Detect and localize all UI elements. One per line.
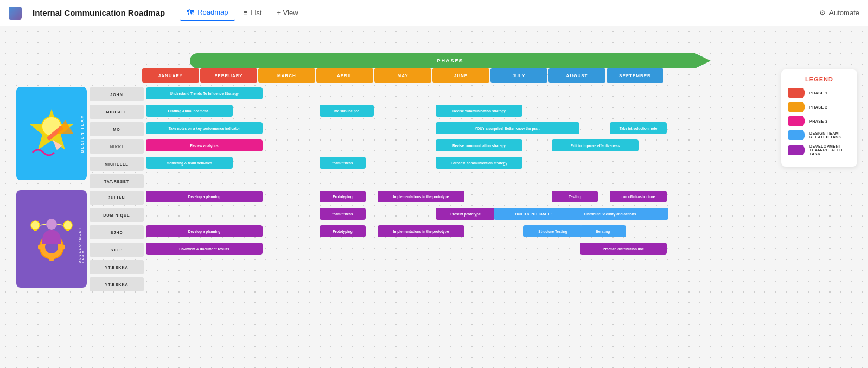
tab-roadmap[interactable]: 🗺 Roadmap <box>180 5 234 21</box>
task-step-1[interactable]: Co-Invent & document results <box>146 243 263 255</box>
svg-rect-17 <box>66 229 69 231</box>
month-jun: JUNE <box>432 68 489 83</box>
tab-list[interactable]: ≡ List <box>237 5 269 21</box>
design-illustration <box>22 104 81 163</box>
main-content: PHASES JANUARY FEBRUARY MARCH APRIL MAY … <box>0 26 868 368</box>
legend-dev-task: DEVELOPMENT TEAM-RELATED TASK <box>788 144 851 156</box>
design-rows: JOHN Understand Trends To Influence Stra… <box>90 87 724 191</box>
task-bjhd-1[interactable]: Develop a planning <box>146 225 263 237</box>
task-dom-1[interactable]: team.fitness <box>320 208 366 220</box>
task-julian-2[interactable]: Prototyping <box>320 191 366 202</box>
design-team-card: DESIGN TEAM <box>16 87 87 180</box>
row-bjhd: BJHD Develop a planning Prototyping Impl… <box>90 225 724 240</box>
task-julian-1[interactable]: Develop a planning <box>146 191 263 202</box>
name-mo: MO <box>90 122 144 136</box>
name-step: STEP <box>90 243 144 257</box>
automate-icon: ⚙ <box>819 9 826 17</box>
task-bjhd-3[interactable]: Implementations in the prototype <box>378 225 464 237</box>
svg-point-16 <box>63 221 72 230</box>
svg-point-13 <box>46 219 57 230</box>
svg-rect-10 <box>49 256 54 261</box>
task-john-1[interactable]: Understand Trends To Influence Strategy <box>146 87 263 99</box>
legend-color-dev <box>788 145 805 155</box>
name-tat: TAT.RESET <box>90 174 144 188</box>
task-julian-4[interactable]: Testing <box>552 191 598 202</box>
legend-phase3: PHASE 3 <box>788 116 851 126</box>
row-michael: MICHAEL Crafting Announcement... me.subl… <box>90 104 724 119</box>
task-michelle-3[interactable]: Forecast communication strategy <box>436 157 522 169</box>
app-logo <box>9 7 22 20</box>
legend-label-dev: DEVELOPMENT TEAM-RELATED TASK <box>809 144 851 156</box>
name-bjhd: BJHD <box>90 225 144 239</box>
month-aug: AUGUST <box>548 68 605 83</box>
roadmap-tab-icon: 🗺 <box>187 8 194 17</box>
task-mo-3[interactable]: Take introduction note <box>610 122 667 134</box>
legend-phase2: PHASE 2 <box>788 102 851 112</box>
dev-rows: JULIAN Develop a planning Prototyping Im… <box>90 190 724 294</box>
month-jan: JANUARY <box>142 68 199 83</box>
automate-button[interactable]: ⚙ Automate <box>819 9 859 17</box>
svg-point-14 <box>31 221 40 230</box>
app-header: Internal Communication Roadmap 🗺 Roadmap… <box>0 0 868 26</box>
legend-color-phase2 <box>788 102 805 112</box>
name-john: JOHN <box>90 87 144 101</box>
name-michael: MICHAEL <box>90 105 144 119</box>
month-may: MAY <box>374 68 431 83</box>
row-ytbekka1: YT.BEKKA <box>90 259 724 275</box>
task-bjhd-2[interactable]: Prototyping <box>320 225 366 237</box>
month-mar: MARCH <box>258 68 315 83</box>
task-nikki-3[interactable]: Edit to improve effectiveness <box>552 139 639 151</box>
legend-color-phase1 <box>788 88 805 98</box>
list-tab-label: List <box>251 9 261 17</box>
task-nikki-2[interactable]: Revise communication strategy <box>436 139 522 151</box>
task-michael-1[interactable]: Crafting Announcement... <box>146 105 233 117</box>
month-apr: APRIL <box>316 68 373 83</box>
task-julian-5[interactable]: run ci/Infrastructure <box>610 191 667 202</box>
month-jul: JULY <box>490 68 547 83</box>
row-step: STEP Co-Invent & document results Practi… <box>90 242 724 257</box>
design-team-label: DESIGN TEAM <box>80 115 84 153</box>
name-julian: JULIAN <box>90 191 144 205</box>
svg-rect-15 <box>34 229 37 231</box>
legend-label-design: DESIGN TEAM-RELATED TASK <box>809 131 851 139</box>
row-dominique: DOMINIQUE team.fitness Present prototype… <box>90 207 724 223</box>
view-tab-label: + View <box>277 9 298 17</box>
legend-label-phase3: PHASE 3 <box>809 119 827 123</box>
name-ytbekka1: YT.BEKKA <box>90 260 144 274</box>
tab-view[interactable]: + View <box>270 5 304 21</box>
task-step-2[interactable]: Practice distribution line <box>580 243 667 255</box>
task-bjhd-5[interactable]: Iterating <box>580 225 626 237</box>
name-dominique: DOMINIQUE <box>90 208 144 222</box>
row-ytbekka2: YT.BEKKA <box>90 277 724 292</box>
svg-rect-12 <box>60 245 65 249</box>
list-tab-icon: ≡ <box>244 9 248 17</box>
svg-rect-11 <box>38 245 43 249</box>
task-dom-4[interactable]: Distribute Security and actions <box>552 208 668 220</box>
dev-illustration <box>22 209 81 269</box>
dev-team-label: DEVELOPMENT TEAM <box>78 214 85 263</box>
legend-label-phase2: PHASE 2 <box>809 105 827 109</box>
months-row: JANUARY FEBRUARY MARCH APRIL MAY JUNE JU… <box>142 68 663 83</box>
header-tabs: 🗺 Roadmap ≡ List + View <box>180 5 304 21</box>
month-sep: SEPTEMBER <box>607 68 663 83</box>
task-julian-3[interactable]: Implementations in the prototype <box>378 191 464 202</box>
task-bjhd-4[interactable]: Structure Testing <box>523 225 583 237</box>
task-michelle-2[interactable]: team.fitness <box>320 157 366 169</box>
task-dom-2[interactable]: Present prototype <box>436 208 495 220</box>
task-nikki-1[interactable]: Review analytics <box>146 139 263 151</box>
task-mo-1[interactable]: Take notes on a key performance indicato… <box>146 122 263 134</box>
row-mo: MO Take notes on a key performance indic… <box>90 122 724 137</box>
page-title: Internal Communication Roadmap <box>33 8 165 17</box>
task-michelle-1[interactable]: marketing & team activities <box>146 157 233 169</box>
legend-design-task: DESIGN TEAM-RELATED TASK <box>788 130 851 140</box>
name-nikki: NIKKI <box>90 139 144 154</box>
task-mo-2[interactable]: YOU'r a surprise! Better know the pra... <box>436 122 579 134</box>
task-michael-3[interactable]: Revise communication strategy <box>436 105 522 117</box>
row-john: JOHN Understand Trends To Influence Stra… <box>90 87 724 102</box>
task-michael-2[interactable]: me.subline.pro <box>320 105 374 117</box>
dev-team-card: DEVELOPMENT TEAM <box>16 190 87 288</box>
row-nikki: NIKKI Review analytics Revise communicat… <box>90 139 724 154</box>
name-ytbekka2: YT.BEKKA <box>90 277 144 291</box>
row-julian: JULIAN Develop a planning Prototyping Im… <box>90 190 724 205</box>
name-michelle: MICHELLE <box>90 157 144 171</box>
